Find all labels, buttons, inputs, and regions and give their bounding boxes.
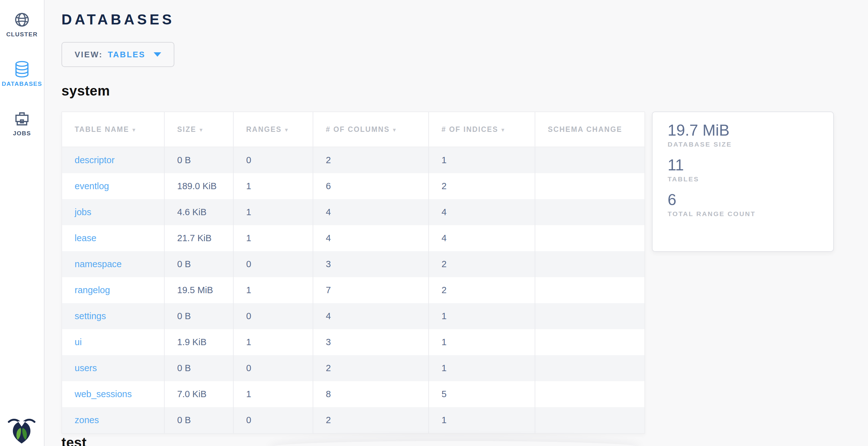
system-section: TABLE NAME▾SIZE▾RANGES▾# OF COLUMNS▾# OF… bbox=[61, 111, 868, 434]
ranges-cell: 1 bbox=[233, 225, 313, 251]
size-cell: 0 B bbox=[164, 355, 233, 381]
table-name-link[interactable]: ui bbox=[74, 337, 82, 347]
stat-label: TOTAL RANGE COUNT bbox=[668, 210, 818, 218]
table-name-link[interactable]: settings bbox=[74, 311, 106, 321]
table-row: settings0 B041 bbox=[62, 303, 644, 329]
size-cell: 4.6 KiB bbox=[164, 199, 233, 225]
schema-change-cell bbox=[535, 277, 644, 303]
num-indices-cell: 1 bbox=[429, 303, 535, 329]
column-header-size[interactable]: SIZE▾ bbox=[164, 112, 233, 147]
num-columns-cell: 4 bbox=[313, 303, 429, 329]
sidebar-item-cluster[interactable]: CLUSTER bbox=[0, 11, 44, 38]
table-row: eventlog189.0 KiB162 bbox=[62, 173, 644, 199]
table-row: namespace0 B032 bbox=[62, 251, 644, 277]
num-columns-cell: 7 bbox=[313, 277, 429, 303]
ranges-cell: 0 bbox=[233, 147, 313, 173]
sidebar-item-jobs[interactable]: JOBS bbox=[0, 110, 44, 137]
column-header-num-columns[interactable]: # OF COLUMNS▾ bbox=[313, 112, 429, 147]
schema-change-cell bbox=[535, 199, 644, 225]
num-indices-cell: 1 bbox=[429, 407, 535, 433]
num-indices-cell: 2 bbox=[429, 251, 535, 277]
sidebar-nav: CLUSTERDATABASESJOBS bbox=[0, 0, 44, 137]
ranges-cell: 1 bbox=[233, 381, 313, 407]
table-row: rangelog19.5 MiB172 bbox=[62, 277, 644, 303]
ranges-cell: 1 bbox=[233, 329, 313, 355]
table-name-link[interactable]: descriptor bbox=[74, 155, 115, 165]
schema-change-cell bbox=[535, 225, 644, 251]
table-name-link[interactable]: jobs bbox=[74, 207, 91, 217]
table-name-link[interactable]: zones bbox=[74, 415, 99, 425]
sidebar-item-databases[interactable]: DATABASES bbox=[0, 61, 44, 88]
view-selector-label: VIEW: bbox=[74, 50, 103, 60]
ranges-cell: 0 bbox=[233, 251, 313, 277]
table-name-cell: namespace bbox=[62, 251, 164, 277]
table-name-link[interactable]: rangelog bbox=[74, 285, 110, 295]
num-columns-cell: 8 bbox=[313, 381, 429, 407]
sidebar-item-label: DATABASES bbox=[0, 80, 44, 88]
database-heading-system: system bbox=[61, 83, 868, 99]
size-cell: 0 B bbox=[164, 303, 233, 329]
table-header-row: TABLE NAME▾SIZE▾RANGES▾# OF COLUMNS▾# OF… bbox=[62, 112, 644, 147]
num-indices-cell: 2 bbox=[429, 277, 535, 303]
table-name-link[interactable]: web_sessions bbox=[74, 389, 132, 399]
ranges-cell: 1 bbox=[233, 277, 313, 303]
table-name-cell: descriptor bbox=[62, 147, 164, 173]
view-selector-dropdown[interactable]: VIEW: TABLES bbox=[61, 42, 174, 67]
table-name-cell: web_sessions bbox=[62, 381, 164, 407]
num-indices-cell: 1 bbox=[429, 329, 535, 355]
view-selector-value: TABLES bbox=[108, 50, 146, 60]
ranges-cell: 1 bbox=[233, 173, 313, 199]
schema-change-cell bbox=[535, 407, 644, 433]
sidebar-item-label: CLUSTER bbox=[0, 31, 44, 38]
table-row: lease21.7 KiB144 bbox=[62, 225, 644, 251]
column-header-ranges[interactable]: RANGES▾ bbox=[233, 112, 313, 147]
summary-stat: 6TOTAL RANGE COUNT bbox=[668, 191, 818, 218]
table-row: ui1.9 KiB131 bbox=[62, 329, 644, 355]
briefcase-icon bbox=[0, 110, 44, 127]
num-indices-cell: 4 bbox=[429, 225, 535, 251]
schema-change-cell bbox=[535, 173, 644, 199]
page-title: DATABASES bbox=[61, 11, 868, 28]
sidebar-item-label: JOBS bbox=[0, 130, 44, 137]
ranges-cell: 0 bbox=[233, 355, 313, 381]
stat-value: 19.7 MiB bbox=[668, 122, 818, 139]
size-cell: 189.0 KiB bbox=[164, 173, 233, 199]
table-name-link[interactable]: eventlog bbox=[74, 181, 109, 191]
sort-caret-icon: ▾ bbox=[393, 127, 397, 133]
size-cell: 19.5 MiB bbox=[164, 277, 233, 303]
size-cell: 0 B bbox=[164, 147, 233, 173]
sort-caret-icon: ▾ bbox=[199, 127, 203, 133]
num-columns-cell: 2 bbox=[313, 147, 429, 173]
table-row: users0 B021 bbox=[62, 355, 644, 381]
stat-label: TABLES bbox=[668, 175, 818, 183]
table-name-cell: users bbox=[62, 355, 164, 381]
tables-table: TABLE NAME▾SIZE▾RANGES▾# OF COLUMNS▾# OF… bbox=[61, 111, 645, 434]
table-name-cell: settings bbox=[62, 303, 164, 329]
stat-value: 6 bbox=[668, 191, 818, 209]
column-header-schema-change: SCHEMA CHANGE bbox=[535, 112, 644, 147]
num-columns-cell: 4 bbox=[313, 199, 429, 225]
table-name-cell: jobs bbox=[62, 199, 164, 225]
stat-label: DATABASE SIZE bbox=[668, 141, 818, 148]
num-indices-cell: 1 bbox=[429, 355, 535, 381]
size-cell: 7.0 KiB bbox=[164, 381, 233, 407]
size-cell: 0 B bbox=[164, 407, 233, 433]
column-header-num-indices[interactable]: # OF INDICES▾ bbox=[429, 112, 535, 147]
num-columns-cell: 3 bbox=[313, 329, 429, 355]
column-header-table-name[interactable]: TABLE NAME▾ bbox=[62, 112, 164, 147]
sort-caret-icon: ▾ bbox=[501, 127, 505, 133]
sidebar: CLUSTERDATABASESJOBS bbox=[0, 0, 44, 446]
num-columns-cell: 2 bbox=[313, 407, 429, 433]
table-row: jobs4.6 KiB144 bbox=[62, 199, 644, 225]
table-name-cell: ui bbox=[62, 329, 164, 355]
num-indices-cell: 4 bbox=[429, 199, 535, 225]
table-name-link[interactable]: lease bbox=[74, 233, 96, 243]
num-columns-cell: 2 bbox=[313, 355, 429, 381]
globe-icon bbox=[0, 11, 44, 28]
table-name-cell: lease bbox=[62, 225, 164, 251]
database-icon bbox=[0, 61, 44, 77]
table-name-cell: eventlog bbox=[62, 173, 164, 199]
size-cell: 21.7 KiB bbox=[164, 225, 233, 251]
table-name-link[interactable]: namespace bbox=[74, 259, 122, 269]
table-name-link[interactable]: users bbox=[74, 363, 97, 373]
